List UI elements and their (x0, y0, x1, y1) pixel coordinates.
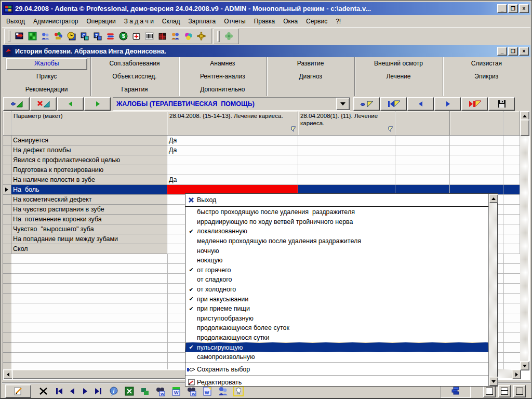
next-record-button[interactable] (434, 97, 461, 111)
calendar-icon[interactable]: 7 (93, 32, 102, 41)
layout-plain-button[interactable] (513, 385, 526, 397)
scroll-down-icon[interactable] (520, 361, 529, 370)
next-icon[interactable] (80, 386, 90, 396)
tab-razvitie[interactable]: Развитие (267, 57, 354, 70)
staff-icon[interactable] (54, 32, 63, 41)
info-icon[interactable]: i (109, 386, 119, 396)
menu-service[interactable]: Сервис (302, 16, 331, 26)
tab-lechenie[interactable]: Лечение (354, 70, 442, 83)
excel-icon[interactable] (124, 386, 135, 396)
prev-icon[interactable] (67, 386, 77, 396)
money-icon[interactable]: $ (119, 32, 128, 41)
header-empty-1[interactable] (395, 111, 450, 136)
context-menu-exit[interactable]: Выход (185, 194, 488, 206)
clear-template-button[interactable] (30, 97, 57, 111)
template-combo[interactable]: ЖАЛОБЫ (ТЕРАПЕВТИЧЕСКАЯ ПОМОЩЬ) (113, 97, 350, 111)
exit-icon[interactable] (15, 32, 24, 41)
tab-rekomendacii[interactable]: Рекомендации (3, 83, 90, 96)
tab-garantiya[interactable]: Гарантия (90, 83, 178, 96)
copy-icon[interactable] (140, 386, 150, 396)
users-icon[interactable] (171, 32, 180, 41)
context-menu-item[interactable]: ✔ноющую (185, 256, 488, 265)
context-menu-item[interactable]: ✔при приеме пищи (185, 304, 488, 314)
vscroll-thumb[interactable] (520, 119, 529, 136)
schedule-icon[interactable] (67, 32, 76, 41)
context-menu-save-choice[interactable]: Сохранить выбор (185, 364, 488, 375)
scroll-right-icon[interactable] (512, 369, 521, 379)
scroll-up-icon[interactable] (489, 194, 498, 203)
menu-salary[interactable]: Зарплата (184, 16, 220, 26)
cashbox-icon[interactable]: C (80, 32, 89, 41)
apply-template-button[interactable] (3, 97, 30, 111)
tab-anamnez[interactable]: Анамнез (179, 57, 267, 70)
context-menu-item[interactable]: ✔продолжающуюся более суток (185, 323, 488, 333)
tab-zhaloby[interactable]: Жалобы (6, 58, 87, 70)
close-button[interactable]: × (519, 4, 529, 13)
menu-tasks[interactable]: З а д а ч и (120, 16, 158, 26)
layout-split-button[interactable] (498, 385, 511, 397)
last-icon[interactable] (93, 386, 103, 396)
tab-diagnoz[interactable]: Диагноз (267, 70, 354, 83)
context-menu-item[interactable]: ✔медленно проходящую после удаления разд… (185, 236, 488, 246)
toolbar-grip[interactable] (8, 31, 10, 42)
firstaid-icon[interactable] (132, 32, 141, 41)
context-menu-item[interactable]: ✔от сладкого (185, 275, 488, 285)
toolbar-grip2[interactable] (217, 31, 220, 42)
word-new-icon[interactable]: W (171, 386, 181, 396)
find-word-icon[interactable]: W (155, 386, 166, 396)
context-menu-item-selected[interactable]: ✔пульсирующую (185, 342, 488, 352)
tab-vneshniy-osmotr[interactable]: Внешний осмотр (354, 57, 442, 70)
table-vertical-scrollbar[interactable] (520, 111, 528, 369)
menu-help[interactable]: ?! (331, 16, 345, 26)
context-menu-item[interactable]: ✔ночную (185, 246, 488, 256)
statistics-icon[interactable] (106, 32, 115, 41)
menu-reports[interactable]: Отчеты (220, 16, 249, 26)
hand-flag-button[interactable] (353, 97, 380, 111)
header-empty-3[interactable] (503, 111, 520, 136)
prev-template-button[interactable] (57, 97, 84, 111)
chevron-down-icon[interactable] (336, 98, 350, 110)
child-minimize-button[interactable]: _ (497, 47, 507, 56)
menu-operations[interactable]: Операции (82, 16, 119, 26)
header-visit-1[interactable]: 28.04.2008. {15-14-13}. Лечение кариеса. (167, 111, 298, 136)
menu-administrator[interactable]: Администратор (29, 16, 83, 26)
tab-rentgen-analiz[interactable]: Рентген-анализ (179, 70, 267, 83)
settings-icon[interactable] (197, 32, 206, 41)
context-menu-item[interactable]: ✔от холодного (185, 285, 488, 295)
context-menu-item[interactable]: ✔при накусывании (185, 294, 488, 304)
context-menu-item[interactable]: ✔продолжающуюся сутки (185, 333, 488, 343)
maximize-button[interactable]: ❐ (508, 4, 518, 13)
tab-dopolnitelno[interactable]: Дополнительно (179, 83, 267, 96)
menu-exit[interactable]: Выход (2, 16, 29, 26)
first-icon[interactable] (54, 386, 64, 396)
tab-sop-zabolevaniya[interactable]: Соп.заболевания (90, 57, 178, 70)
edit-record-button[interactable] (5, 384, 31, 398)
context-menu-item[interactable]: ✔от горячего (185, 265, 488, 275)
tab-prikus[interactable]: Прикус (3, 70, 90, 83)
header-parameter[interactable]: Параметр (макет) (11, 111, 167, 136)
scroll-down-icon[interactable] (489, 377, 498, 386)
minimize-button[interactable]: _ (497, 4, 507, 13)
save-icon[interactable] (488, 97, 515, 111)
tab-epikriz[interactable]: Эпикриз (443, 70, 530, 83)
context-menu-item[interactable]: ✔иррадиирующую по ходу ветвей тройничног… (185, 217, 488, 227)
context-menu-item[interactable]: ✔быстро проходящую после удаления раздра… (185, 207, 488, 217)
menu-edit[interactable]: Правка (250, 16, 280, 26)
child-close-button[interactable]: × (519, 47, 529, 56)
patients-icon[interactable] (41, 32, 50, 41)
header-visit-2[interactable]: 28.04.2008(1). {11}. Лечение кариеса. (298, 111, 395, 136)
first-record-button[interactable] (380, 97, 407, 111)
last-record-button[interactable] (461, 97, 488, 111)
tab-slizistaya[interactable]: Слизистая (443, 57, 530, 70)
warehouse-icon[interactable] (158, 32, 167, 41)
menu-windows[interactable]: Окна (279, 16, 302, 26)
context-menu-edit[interactable]: Редактировать (185, 377, 488, 388)
context-menu-item[interactable]: ✔самопроизвольную (185, 352, 488, 362)
title-bar[interactable]: 29.04.2008 - Adenta © Professional, демо… (2, 2, 530, 15)
prev-record-button[interactable] (407, 97, 434, 111)
context-menu-item[interactable]: ✔приступообразную (185, 314, 488, 324)
delete-icon[interactable] (38, 386, 49, 396)
barcode-icon[interactable] (145, 32, 154, 41)
context-menu-scrollbar[interactable] (488, 194, 497, 386)
service-icon[interactable] (224, 32, 233, 41)
